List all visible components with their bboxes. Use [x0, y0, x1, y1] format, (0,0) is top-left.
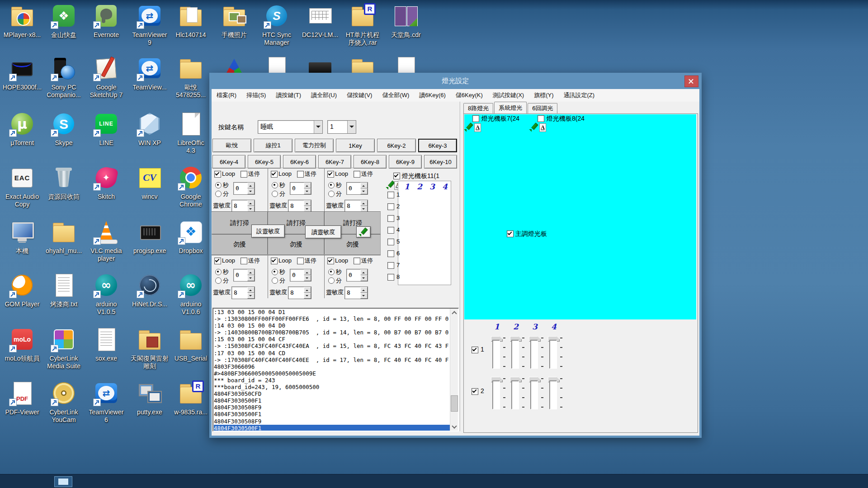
- log-line[interactable]: -> :150308FC43FC40FC43FC40EA , id = 15, …: [214, 343, 450, 349]
- log-line[interactable]: 4804F3030500F1: [214, 397, 450, 404]
- menu-item[interactable]: 儲全部(W): [377, 89, 414, 102]
- send-stop-checkbox[interactable]: [241, 258, 247, 264]
- menu-item[interactable]: 通訊設定(Z): [559, 89, 600, 102]
- send-stop-checkbox[interactable]: [297, 258, 304, 264]
- spin-up-icon[interactable]: [304, 269, 311, 275]
- desktop-icon[interactable]: ⇄ TeamView...: [129, 55, 170, 91]
- desktop-icon[interactable]: Google SketchUp 7: [85, 55, 127, 99]
- minutes-radio[interactable]: [328, 191, 335, 197]
- loop-checkbox[interactable]: [327, 171, 334, 178]
- desktop-icon[interactable]: sox.exe: [85, 326, 127, 362]
- menu-item[interactable]: 儲按鍵(V): [342, 89, 377, 102]
- pencil-icon[interactable]: [464, 123, 472, 131]
- taskbar-item[interactable]: [54, 476, 72, 487]
- desktop-icon[interactable]: µ μTorrent: [1, 111, 43, 147]
- dim-slider[interactable]: [510, 377, 525, 411]
- menu-item[interactable]: 讀全部(U): [306, 89, 342, 102]
- log-line[interactable]: :15 03 00 15 00 04 CF: [214, 336, 450, 343]
- spin-down-icon[interactable]: [360, 275, 368, 281]
- desktop-icon[interactable]: CyberLink Media Suite: [43, 326, 85, 370]
- spin-up-icon[interactable]: [360, 183, 368, 188]
- desktop-icon[interactable]: R HT单片机程 序烧入.rar: [342, 3, 383, 47]
- desktop-icon[interactable]: 資源回收筒: [43, 164, 85, 201]
- desktop-icon[interactable]: 歐悅 5478255...: [170, 55, 212, 99]
- seconds-radio[interactable]: [215, 269, 222, 275]
- tab[interactable]: 6回調光: [528, 103, 557, 113]
- channel-checkbox[interactable]: [387, 215, 394, 222]
- key-button[interactable]: 6Key-5: [248, 155, 281, 169]
- key-name-combobox[interactable]: 睡眠: [258, 120, 323, 134]
- log-line[interactable]: #>480BF3066005000500050005009E: [214, 370, 450, 377]
- desktop-icon[interactable]: ∞ arduino V1.0.6: [170, 272, 212, 316]
- spin-down-icon[interactable]: [304, 188, 311, 194]
- spin-down-icon[interactable]: [304, 293, 311, 299]
- desktop-icon[interactable]: 天堂鳥.cdr: [385, 3, 427, 39]
- desktop-icon[interactable]: 烤漆商.txt: [43, 272, 85, 308]
- key-button[interactable]: 1Key: [336, 139, 375, 152]
- loop-checkbox[interactable]: [327, 258, 334, 264]
- chevron-down-icon[interactable]: [347, 121, 356, 133]
- send-stop-checkbox[interactable]: [297, 171, 304, 178]
- log-line[interactable]: 4804F3030500F1: [214, 425, 450, 431]
- title-bar[interactable]: 燈光設定: [209, 73, 702, 89]
- dim-slider[interactable]: [510, 336, 525, 371]
- desktop-icon[interactable]: ⇄ TeamViewer 9: [129, 3, 170, 47]
- desktop-icon[interactable]: Google Chrome: [170, 164, 212, 208]
- interval-spinner[interactable]: 0: [233, 182, 255, 195]
- pencil-icon[interactable]: [386, 181, 394, 189]
- spin-down-icon[interactable]: [247, 293, 255, 299]
- key-button[interactable]: 6Key-3: [418, 139, 457, 152]
- minutes-radio[interactable]: [215, 277, 222, 284]
- spin-up-icon[interactable]: [360, 200, 368, 206]
- menu-item[interactable]: 掃描(S): [241, 89, 271, 102]
- desktop-icon[interactable]: putty.exe: [129, 380, 170, 416]
- log-line[interactable]: -> :14030800B700B700B700B705 , id = 14, …: [214, 329, 450, 336]
- desktop-icon[interactable]: HOPE3000f...: [1, 55, 43, 91]
- tab[interactable]: 系統燈光: [494, 102, 527, 113]
- spin-up-icon[interactable]: [304, 287, 311, 293]
- dim-slider[interactable]: [548, 336, 563, 371]
- loop-checkbox[interactable]: [271, 171, 278, 178]
- menu-item[interactable]: 旗標(Y): [529, 89, 558, 102]
- spin-up-icon[interactable]: [247, 287, 255, 293]
- log-scrollbar[interactable]: [450, 309, 458, 431]
- key-button[interactable]: 6Key-2: [377, 139, 416, 152]
- loop-checkbox[interactable]: [214, 258, 221, 264]
- log-line[interactable]: :13 03 00 15 00 04 D1: [214, 309, 450, 315]
- seconds-radio[interactable]: [272, 182, 278, 188]
- close-button[interactable]: [684, 75, 698, 87]
- desktop-icon[interactable]: Hlc140714: [170, 3, 212, 39]
- channel-checkbox[interactable]: [387, 192, 394, 198]
- interval-spinner[interactable]: 0: [290, 269, 311, 282]
- send-stop-checkbox[interactable]: [241, 171, 247, 178]
- desktop-icon[interactable]: LibreOffic 4.3: [170, 111, 212, 155]
- menu-item[interactable]: 檔案(R): [212, 89, 241, 102]
- main-board-checkbox[interactable]: [507, 230, 514, 237]
- spin-up-icon[interactable]: [247, 269, 255, 275]
- log-line[interactable]: -> :13030800FF00FF00FF00FFE6 , id = 13, …: [214, 315, 450, 322]
- board7-checkbox[interactable]: [472, 115, 479, 122]
- interval-spinner[interactable]: 0: [346, 269, 368, 282]
- desktop-icon[interactable]: R w-9835.ra...: [170, 380, 212, 416]
- minutes-radio[interactable]: [215, 191, 222, 197]
- send-stop-checkbox[interactable]: [354, 171, 360, 178]
- channel-checkbox[interactable]: [387, 274, 394, 281]
- key-button[interactable]: 6Key-6: [283, 155, 316, 169]
- seconds-radio[interactable]: [272, 269, 278, 275]
- log-line[interactable]: 4804F303050CFD: [214, 390, 450, 397]
- log-line[interactable]: 4804F3030500F1: [214, 411, 450, 418]
- menu-item[interactable]: 儲6Key(K): [451, 89, 488, 102]
- channel-checkbox[interactable]: [387, 227, 394, 234]
- log-line[interactable]: ***board_id=243, 19, 6005000500: [214, 384, 450, 390]
- set-sensitivity-button[interactable]: 設靈敏度: [251, 225, 285, 238]
- spin-up-icon[interactable]: [247, 183, 255, 188]
- send-stop-checkbox[interactable]: [354, 258, 360, 264]
- key-button[interactable]: 電力控制: [295, 139, 334, 152]
- seconds-radio[interactable]: [215, 182, 222, 188]
- desktop-icon[interactable]: LINE LINE: [85, 111, 127, 147]
- log-line[interactable]: 4803F3066096: [214, 363, 450, 370]
- desktop-icon[interactable]: S HTC Sync Manager: [256, 3, 297, 47]
- menu-item[interactable]: 讀6Key(6): [414, 89, 451, 102]
- key-button[interactable]: 線控1: [254, 139, 292, 152]
- desktop-icon[interactable]: ohyahl_mu...: [43, 219, 85, 255]
